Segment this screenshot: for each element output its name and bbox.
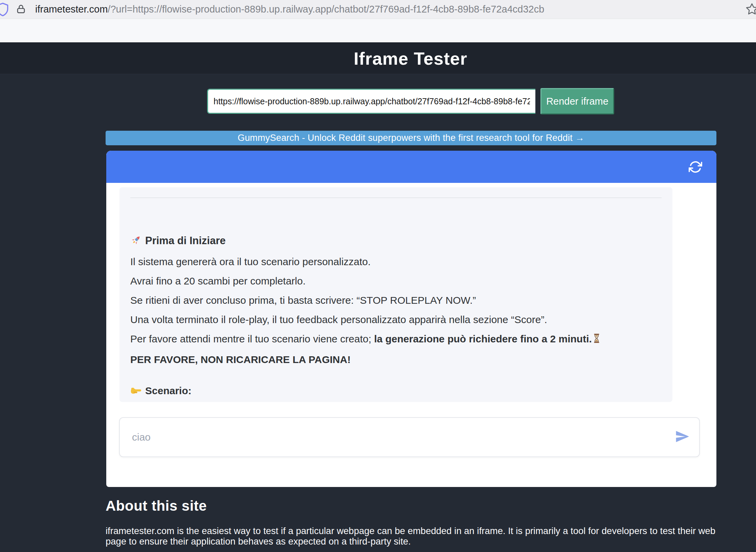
about-heading: About this site <box>106 498 207 514</box>
ad-banner-text: GummySearch - Unlock Reddit superpowers … <box>238 133 584 143</box>
message-heading-text: Prima di Iniziare <box>145 235 226 247</box>
bot-message-text: Prima di Iniziare Il sistema genererà or… <box>130 231 662 402</box>
about-body-text: iframetester.com is the easiest way to t… <box>106 526 719 547</box>
screen: iframetester.com/?url=https://flowise-pr… <box>0 0 756 552</box>
wait-line-bold: la generazione può richiedere fino a 2 m… <box>374 333 592 344</box>
send-icon[interactable] <box>675 429 690 445</box>
message-heading: Prima di Iniziare <box>130 231 662 252</box>
address-bar-url[interactable]: iframetester.com/?url=https://flowise-pr… <box>35 0 544 19</box>
scenario-label: Scenario: <box>145 385 192 396</box>
rocket-emoji-icon <box>130 233 142 252</box>
message-wait-line: Per favore attendi mentre il tuo scenari… <box>130 329 662 350</box>
message-paragraph: Avrai fino a 20 scambi per completarlo. <box>130 271 662 291</box>
chatbot-header <box>106 151 716 183</box>
message-scenario-line: Scenario: <box>130 381 662 402</box>
chat-input-box <box>119 417 700 457</box>
iframe-result-card: Prima di Iniziare Il sistema genererà or… <box>106 151 716 487</box>
iframetester-page: Iframe Tester Render iframe GummySearch … <box>0 42 756 552</box>
browser-url-bar: iframetester.com/?url=https://flowise-pr… <box>0 0 756 19</box>
refresh-icon[interactable] <box>689 160 702 175</box>
message-paragraph: Una volta terminato il role-play, il tuo… <box>130 310 662 329</box>
pointing-finger-emoji-icon <box>130 383 142 402</box>
wait-line-normal: Per favore attendi mentre il tuo scenari… <box>130 333 374 344</box>
chat-message-input[interactable] <box>120 418 699 457</box>
url-domain: iframetester.com <box>35 4 108 15</box>
message-warning-line: PER FAVORE, NON RICARICARE LA PAGINA! <box>130 350 662 369</box>
hourglass-emoji-icon <box>593 331 601 350</box>
message-divider <box>130 197 662 198</box>
iframe-url-input[interactable] <box>207 89 535 114</box>
page-top-strip <box>0 19 756 42</box>
privacy-shield-icon[interactable] <box>0 2 10 18</box>
bot-message-bubble: Prima di Iniziare Il sistema genererà or… <box>119 187 672 402</box>
message-paragraph: Il sistema genererà ora il tuo scenario … <box>130 252 662 271</box>
render-iframe-button[interactable]: Render iframe <box>540 88 614 114</box>
url-path: /?url=https://flowise-production-889b.up… <box>108 4 544 15</box>
message-paragraph: Se ritieni di aver concluso prima, ti ba… <box>130 291 662 310</box>
bookmark-star-icon[interactable] <box>746 3 756 17</box>
ad-banner-link[interactable]: GummySearch - Unlock Reddit superpowers … <box>106 131 716 145</box>
page-title: Iframe Tester <box>354 48 467 69</box>
lock-icon[interactable] <box>16 4 26 16</box>
